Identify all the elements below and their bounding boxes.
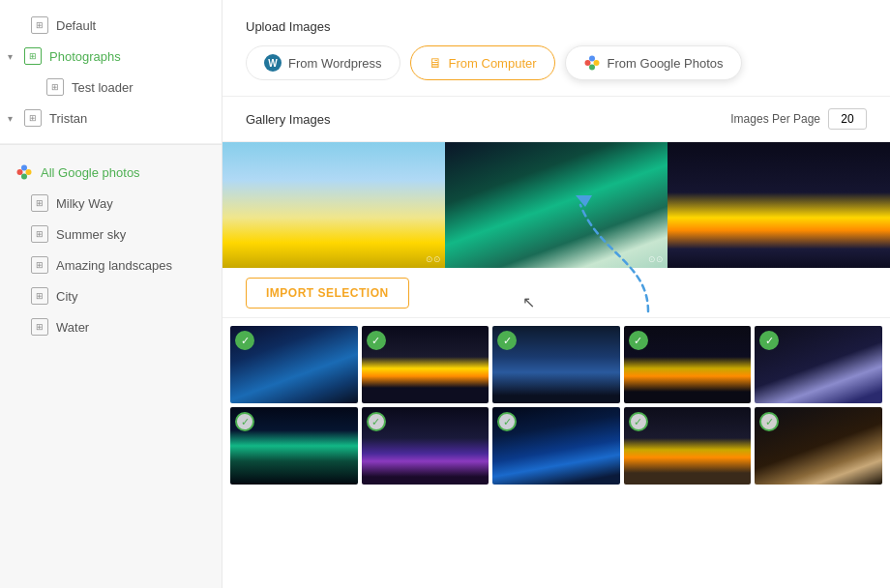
upload-computer-button[interactable]: 🖥 From Computer <box>410 45 555 80</box>
photos-grid-icon: ⊞ <box>24 47 42 65</box>
photo-cell-10[interactable]: ✓ <box>755 407 882 485</box>
sidebar-item-test-loader[interactable]: ⊞ Test loader <box>0 72 222 103</box>
svg-point-7 <box>589 65 595 71</box>
photo-cell-9[interactable]: ✓ <box>624 407 752 485</box>
photo-cell-5[interactable]: ✓ <box>755 326 882 403</box>
sidebar-item-city[interactable]: ⊞ City <box>0 280 222 311</box>
check-icon-4: ✓ <box>629 331 648 350</box>
photo-row-2: ✓ ✓ ✓ ✓ ✓ <box>230 407 882 485</box>
google-photos-label: From Google Photos <box>608 56 724 71</box>
gallery-image-2[interactable]: ⊙⊙ <box>445 142 668 268</box>
sky-image: ⊙⊙ <box>222 142 445 268</box>
check-icon-10: ✓ <box>759 412 779 431</box>
sidebar: ⊞ Default ▾ ⊞ Photographs ⊞ Test loader … <box>0 0 222 588</box>
svg-point-2 <box>26 169 32 175</box>
per-page-input[interactable] <box>828 108 867 130</box>
photo-grid: ✓ ✓ ✓ ✓ ✓ ✓ <box>222 318 890 588</box>
google-photos-btn-icon <box>583 54 601 72</box>
gallery-header: Gallery Images Images Per Page <box>222 97 890 142</box>
grid-icon: ⊞ <box>31 16 48 34</box>
wordpress-label: From Wordpress <box>288 56 382 71</box>
photo-cell-8[interactable]: ✓ <box>492 407 620 485</box>
watermark-1: ⊙⊙ <box>426 254 441 264</box>
album-icon-1: ⊞ <box>31 194 48 212</box>
sidebar-item-tristan-label: Tristan <box>49 111 87 126</box>
gallery-image-1[interactable]: ⊙⊙ <box>222 142 445 268</box>
gallery-image-3[interactable] <box>668 142 890 268</box>
check-icon-8: ✓ <box>497 412 517 431</box>
sidebar-item-default[interactable]: ⊞ Default <box>0 10 222 41</box>
check-icon-2: ✓ <box>367 331 386 350</box>
photo-cell-4[interactable]: ✓ <box>624 326 752 403</box>
milkyway-label: Milky Way <box>56 196 113 211</box>
amazing-label: Amazing landscapes <box>56 258 172 273</box>
grid-icon-2: ⊞ <box>46 78 64 96</box>
svg-point-4 <box>584 60 590 66</box>
city-label: City <box>56 289 77 304</box>
cursor-indicator: ↖ <box>522 293 535 311</box>
sidebar-item-default-label: Default <box>56 18 96 33</box>
per-page-label: Images Per Page <box>730 112 820 126</box>
photo-cell-1[interactable]: ✓ <box>230 326 358 403</box>
monitor-icon: 🖥 <box>429 55 442 71</box>
gallery-large-images: ⊙⊙ ⊙⊙ <box>222 142 890 268</box>
sidebar-top: ⊞ Default ▾ ⊞ Photographs ⊞ Test loader … <box>0 0 222 144</box>
computer-label: From Computer <box>449 56 537 71</box>
check-icon-9: ✓ <box>629 412 648 431</box>
sidebar-item-amazing[interactable]: ⊞ Amazing landscapes <box>0 250 222 280</box>
upload-wordpress-button[interactable]: W From Wordpress <box>246 45 400 80</box>
check-icon-7: ✓ <box>367 412 386 431</box>
sidebar-item-test-loader-label: Test loader <box>72 80 134 95</box>
sidebar-item-all-google[interactable]: All Google photos <box>0 157 222 188</box>
all-google-label: All Google photos <box>41 165 140 180</box>
sidebar-item-photographs-label: Photographs <box>49 49 121 64</box>
svg-point-3 <box>21 174 27 180</box>
aurora-image: ⊙⊙ <box>445 142 668 268</box>
sidebar-item-water[interactable]: ⊞ Water <box>0 311 222 342</box>
gallery-title: Gallery Images <box>246 112 330 127</box>
svg-point-1 <box>21 165 27 171</box>
sidebar-item-milkyway[interactable]: ⊞ Milky Way <box>0 188 222 219</box>
sidebar-item-summer-sky[interactable]: ⊞ Summer sky <box>0 219 222 250</box>
wordpress-icon: W <box>264 54 282 72</box>
album-icon-4: ⊞ <box>31 287 48 305</box>
album-icon-3: ⊞ <box>31 256 48 274</box>
photo-cell-2[interactable]: ✓ <box>362 326 490 403</box>
check-icon-1: ✓ <box>235 331 254 350</box>
photo-row-1: ✓ ✓ ✓ ✓ ✓ <box>230 326 882 403</box>
upload-section: Upload Images W From Wordpress 🖥 From Co… <box>222 0 890 97</box>
svg-point-0 <box>17 169 23 175</box>
svg-point-6 <box>593 60 599 66</box>
check-icon-6: ✓ <box>235 412 254 431</box>
watermark-2: ⊙⊙ <box>648 254 664 264</box>
upload-buttons: W From Wordpress 🖥 From Computer From Go… <box>246 45 867 80</box>
water-label: Water <box>56 320 89 335</box>
per-page-section: Images Per Page <box>730 108 867 130</box>
photo-cell-3[interactable]: ✓ <box>492 326 620 403</box>
google-photos-icon <box>15 163 33 181</box>
grid-icon-3: ⊞ <box>24 109 42 127</box>
album-icon-2: ⊞ <box>31 225 48 243</box>
import-section: IMPORT SELECTION ↖ <box>222 268 890 318</box>
bottom-section: ✓ ✓ ✓ ✓ ✓ ✓ <box>222 318 890 588</box>
main-content: Upload Images W From Wordpress 🖥 From Co… <box>222 0 890 588</box>
check-icon-5: ✓ <box>759 331 779 350</box>
upload-google-button[interactable]: From Google Photos <box>565 45 742 80</box>
photo-cell-7[interactable]: ✓ <box>362 407 490 485</box>
chevron-down-icon: ▾ <box>8 51 13 62</box>
import-selection-button[interactable]: IMPORT SELECTION <box>246 278 409 309</box>
chevron-right-icon: ▾ <box>8 113 13 124</box>
sidebar-item-tristan[interactable]: ▾ ⊞ Tristan <box>0 103 222 133</box>
svg-point-5 <box>589 56 595 62</box>
sidebar-item-photographs[interactable]: ▾ ⊞ Photographs <box>0 41 222 72</box>
check-icon-3: ✓ <box>497 331 517 350</box>
album-icon-5: ⊞ <box>31 318 48 336</box>
upload-title: Upload Images <box>246 19 867 34</box>
summer-sky-label: Summer sky <box>56 227 126 242</box>
city-night-image <box>668 142 890 268</box>
photo-cell-6[interactable]: ✓ <box>230 407 358 485</box>
sidebar-bottom: All Google photos ⊞ Milky Way ⊞ Summer s… <box>0 144 222 588</box>
